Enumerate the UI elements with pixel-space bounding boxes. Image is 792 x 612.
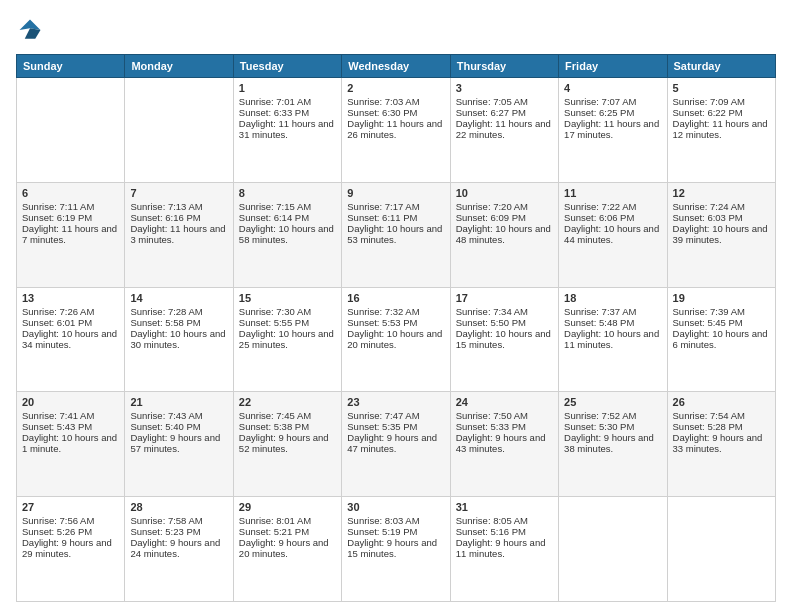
day-number: 28: [130, 501, 227, 513]
week-row-5: 27Sunrise: 7:56 AMSunset: 5:26 PMDayligh…: [17, 497, 776, 602]
cell-data-line: Daylight: 9 hours and 38 minutes.: [564, 432, 661, 454]
calendar-cell-7: 6Sunrise: 7:11 AMSunset: 6:19 PMDaylight…: [17, 182, 125, 287]
cell-data-line: Daylight: 11 hours and 31 minutes.: [239, 118, 336, 140]
calendar-cell-28: 27Sunrise: 7:56 AMSunset: 5:26 PMDayligh…: [17, 497, 125, 602]
cell-data-line: Daylight: 9 hours and 15 minutes.: [347, 537, 444, 559]
cell-data-line: Sunset: 6:03 PM: [673, 212, 770, 223]
cell-data-line: Sunrise: 7:47 AM: [347, 410, 444, 421]
day-number: 5: [673, 82, 770, 94]
cell-data-line: Sunrise: 7:28 AM: [130, 306, 227, 317]
day-number: 8: [239, 187, 336, 199]
cell-data-line: Sunrise: 7:11 AM: [22, 201, 119, 212]
cell-data-line: Sunset: 5:45 PM: [673, 317, 770, 328]
cell-data-line: Sunrise: 7:54 AM: [673, 410, 770, 421]
day-number: 25: [564, 396, 661, 408]
cell-data-line: Sunset: 5:28 PM: [673, 421, 770, 432]
day-number: 2: [347, 82, 444, 94]
day-number: 19: [673, 292, 770, 304]
cell-data-line: Daylight: 10 hours and 44 minutes.: [564, 223, 661, 245]
cell-data-line: Sunrise: 7:13 AM: [130, 201, 227, 212]
day-number: 27: [22, 501, 119, 513]
day-number: 23: [347, 396, 444, 408]
cell-data-line: Sunset: 6:33 PM: [239, 107, 336, 118]
calendar-cell-3: 2Sunrise: 7:03 AMSunset: 6:30 PMDaylight…: [342, 78, 450, 183]
logo: [16, 16, 48, 44]
cell-data-line: Sunrise: 7:50 AM: [456, 410, 553, 421]
cell-data-line: Daylight: 10 hours and 53 minutes.: [347, 223, 444, 245]
cell-data-line: Sunrise: 7:39 AM: [673, 306, 770, 317]
calendar-cell-10: 9Sunrise: 7:17 AMSunset: 6:11 PMDaylight…: [342, 182, 450, 287]
cell-data-line: Sunset: 6:11 PM: [347, 212, 444, 223]
day-number: 11: [564, 187, 661, 199]
weekday-header-saturday: Saturday: [667, 55, 775, 78]
calendar-cell-13: 12Sunrise: 7:24 AMSunset: 6:03 PMDayligh…: [667, 182, 775, 287]
calendar-cell-8: 7Sunrise: 7:13 AMSunset: 6:16 PMDaylight…: [125, 182, 233, 287]
day-number: 6: [22, 187, 119, 199]
cell-data-line: Daylight: 10 hours and 20 minutes.: [347, 328, 444, 350]
cell-data-line: Sunrise: 7:30 AM: [239, 306, 336, 317]
weekday-header-thursday: Thursday: [450, 55, 558, 78]
day-number: 16: [347, 292, 444, 304]
cell-data-line: Sunset: 6:01 PM: [22, 317, 119, 328]
cell-data-line: Sunrise: 7:52 AM: [564, 410, 661, 421]
day-number: 18: [564, 292, 661, 304]
cell-data-line: Sunset: 5:16 PM: [456, 526, 553, 537]
cell-data-line: Sunrise: 7:15 AM: [239, 201, 336, 212]
cell-data-line: Daylight: 10 hours and 1 minute.: [22, 432, 119, 454]
day-number: 24: [456, 396, 553, 408]
cell-data-line: Daylight: 11 hours and 26 minutes.: [347, 118, 444, 140]
calendar-cell-30: 29Sunrise: 8:01 AMSunset: 5:21 PMDayligh…: [233, 497, 341, 602]
cell-data-line: Sunrise: 7:32 AM: [347, 306, 444, 317]
cell-data-line: Sunrise: 7:03 AM: [347, 96, 444, 107]
cell-data-line: Sunset: 5:33 PM: [456, 421, 553, 432]
svg-marker-2: [25, 28, 41, 39]
calendar-cell-29: 28Sunrise: 7:58 AMSunset: 5:23 PMDayligh…: [125, 497, 233, 602]
cell-data-line: Sunset: 5:30 PM: [564, 421, 661, 432]
day-number: 17: [456, 292, 553, 304]
calendar-cell-6: 5Sunrise: 7:09 AMSunset: 6:22 PMDaylight…: [667, 78, 775, 183]
cell-data-line: Daylight: 9 hours and 24 minutes.: [130, 537, 227, 559]
calendar-cell-31: 30Sunrise: 8:03 AMSunset: 5:19 PMDayligh…: [342, 497, 450, 602]
weekday-header-tuesday: Tuesday: [233, 55, 341, 78]
cell-data-line: Daylight: 10 hours and 30 minutes.: [130, 328, 227, 350]
cell-data-line: Sunrise: 7:26 AM: [22, 306, 119, 317]
cell-data-line: Sunrise: 7:09 AM: [673, 96, 770, 107]
cell-data-line: Sunset: 6:16 PM: [130, 212, 227, 223]
cell-data-line: Sunrise: 7:43 AM: [130, 410, 227, 421]
calendar-cell-14: 13Sunrise: 7:26 AMSunset: 6:01 PMDayligh…: [17, 287, 125, 392]
cell-data-line: Sunset: 5:58 PM: [130, 317, 227, 328]
cell-data-line: Daylight: 10 hours and 48 minutes.: [456, 223, 553, 245]
cell-data-line: Sunset: 6:25 PM: [564, 107, 661, 118]
cell-data-line: Daylight: 10 hours and 34 minutes.: [22, 328, 119, 350]
calendar-cell-9: 8Sunrise: 7:15 AMSunset: 6:14 PMDaylight…: [233, 182, 341, 287]
cell-data-line: Sunrise: 7:05 AM: [456, 96, 553, 107]
cell-data-line: Daylight: 9 hours and 52 minutes.: [239, 432, 336, 454]
day-number: 29: [239, 501, 336, 513]
cell-data-line: Sunrise: 7:37 AM: [564, 306, 661, 317]
calendar-cell-16: 15Sunrise: 7:30 AMSunset: 5:55 PMDayligh…: [233, 287, 341, 392]
day-number: 20: [22, 396, 119, 408]
cell-data-line: Daylight: 11 hours and 7 minutes.: [22, 223, 119, 245]
cell-data-line: Sunset: 6:09 PM: [456, 212, 553, 223]
cell-data-line: Sunset: 6:22 PM: [673, 107, 770, 118]
calendar-cell-33: [559, 497, 667, 602]
calendar-cell-0: [17, 78, 125, 183]
calendar-cell-34: [667, 497, 775, 602]
calendar-cell-1: [125, 78, 233, 183]
cell-data-line: Daylight: 10 hours and 58 minutes.: [239, 223, 336, 245]
cell-data-line: Sunrise: 7:45 AM: [239, 410, 336, 421]
weekday-header-row: SundayMondayTuesdayWednesdayThursdayFrid…: [17, 55, 776, 78]
cell-data-line: Sunset: 5:48 PM: [564, 317, 661, 328]
weekday-header-sunday: Sunday: [17, 55, 125, 78]
week-row-2: 6Sunrise: 7:11 AMSunset: 6:19 PMDaylight…: [17, 182, 776, 287]
cell-data-line: Daylight: 9 hours and 33 minutes.: [673, 432, 770, 454]
weekday-header-monday: Monday: [125, 55, 233, 78]
day-number: 12: [673, 187, 770, 199]
weekday-header-friday: Friday: [559, 55, 667, 78]
cell-data-line: Sunset: 5:21 PM: [239, 526, 336, 537]
calendar-cell-21: 20Sunrise: 7:41 AMSunset: 5:43 PMDayligh…: [17, 392, 125, 497]
cell-data-line: Sunset: 5:55 PM: [239, 317, 336, 328]
cell-data-line: Sunrise: 7:41 AM: [22, 410, 119, 421]
cell-data-line: Sunset: 5:40 PM: [130, 421, 227, 432]
cell-data-line: Daylight: 9 hours and 47 minutes.: [347, 432, 444, 454]
